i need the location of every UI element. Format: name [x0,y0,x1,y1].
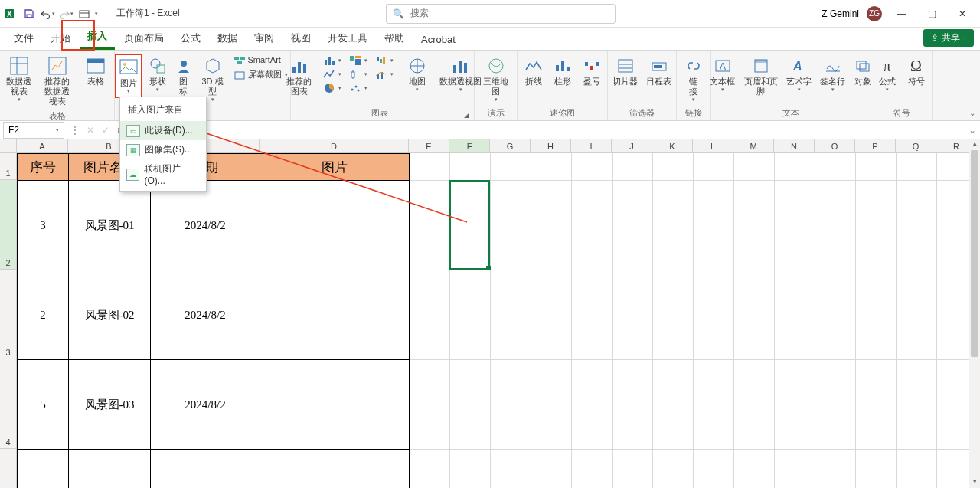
pie-chart-button[interactable]: ▾ [320,81,345,95]
col-N[interactable]: N [774,139,815,152]
tab-review[interactable]: 审阅 [247,27,282,50]
tab-data[interactable]: 数据 [210,27,245,50]
table-row[interactable]: 3风景图-012024/8/2 [18,181,410,270]
col-L[interactable]: L [693,139,733,152]
restore-button[interactable]: ▢ [920,2,943,25]
share-button[interactable]: ⇪共享▾ [923,29,974,47]
close-button[interactable]: ✕ [951,2,974,25]
avatar[interactable]: ZG [867,6,882,21]
undo-icon[interactable]: ▾ [40,6,55,21]
header-footer-button[interactable]: 页眉和页脚 [741,54,781,98]
svg-point-39 [354,86,357,88]
name-box[interactable]: F2▾ [3,122,64,139]
cancel-formula-icon[interactable]: ✕ [83,125,98,136]
user-name[interactable]: Z Gemini [822,8,859,19]
excel-app-icon[interactable]: X [3,6,18,21]
vertical-scrollbar[interactable]: ▴ ▾ [969,139,980,488]
save-icon[interactable] [21,6,37,21]
col-K[interactable]: K [652,139,693,152]
maps-button[interactable]: 地图▾ [400,54,435,95]
charts-dialog-launcher[interactable]: ◢ [464,111,469,119]
th-pic[interactable]: 图片 [260,154,410,181]
combo-chart-button[interactable]: ▾ [372,67,397,81]
scroll-down-icon[interactable]: ▾ [969,477,980,488]
pivot-table-button[interactable]: 数据透 视表▾ [2,54,37,105]
scroll-up-icon[interactable]: ▴ [969,139,980,150]
table-row[interactable]: 2风景图-022024/8/2 [18,270,410,360]
symbol-button[interactable]: Ω符号 [903,54,929,88]
tab-layout[interactable]: 页面布局 [116,27,172,50]
col-P[interactable]: P [855,139,896,152]
icons-button[interactable]: 图 标 [173,54,194,98]
recommended-charts-button[interactable]: 推荐的 图表 [282,54,317,98]
group-tables-label: 表格 [49,110,66,122]
col-H[interactable]: H [531,139,571,152]
sparkline-column-button[interactable]: 柱形 [550,54,576,88]
pic-stock-images[interactable]: ▦图像集(S)... [120,140,206,159]
group-sparklines-label: 迷你图 [550,107,575,119]
col-E[interactable]: E [409,139,449,152]
equation-button[interactable]: π公式▾ [874,54,900,95]
slicer-button[interactable]: 切片器 [610,54,641,88]
tab-dev[interactable]: 开发工具 [320,27,375,50]
signature-line-button[interactable]: 签名行▾ [818,54,848,95]
pic-online[interactable]: ☁联机图片(O)... [120,159,206,189]
3d-map-button[interactable]: 三维地 图▾ [479,54,514,105]
row-2[interactable]: 2 [0,180,17,270]
collapse-ribbon-button[interactable]: ⌄ [969,109,975,117]
col-O[interactable]: O [815,139,855,152]
scroll-thumb[interactable] [971,150,978,357]
row-5[interactable] [0,449,17,488]
waterfall-chart-button[interactable]: ▾ [372,54,397,67]
col-I[interactable]: I [571,139,612,152]
col-G[interactable]: G [490,139,531,152]
enter-formula-icon[interactable]: ✓ [98,125,113,136]
sparkline-line-button[interactable]: 折线 [521,54,547,88]
col-M[interactable]: M [733,139,774,152]
tab-home[interactable]: 开始 [43,27,78,50]
textbox-button[interactable]: A文本框▾ [707,54,738,95]
row-4[interactable]: 4 [0,359,17,449]
qat-customize-icon[interactable] [77,6,92,21]
tab-view[interactable]: 视图 [283,27,318,50]
line-chart-button[interactable]: ▾ [320,67,345,81]
tab-file[interactable]: 文件 [6,27,41,50]
sparkline-winloss-button[interactable]: 盈亏 [579,54,605,88]
redo-icon[interactable]: ▾ [58,6,74,21]
search-input[interactable]: 🔍 搜索 [386,4,616,24]
hierarchy-chart-button[interactable]: ▾ [346,54,371,67]
col-D[interactable]: D [260,139,409,152]
formula-input[interactable] [129,122,965,139]
pic-from-device[interactable]: ▭此设备(D)... [120,121,206,140]
pictures-button[interactable]: 图片▾ [115,54,142,98]
link-button[interactable]: 链 接▾ [681,54,707,105]
tab-help[interactable]: 帮助 [377,27,412,50]
table-row[interactable]: 5风景图-032024/8/2 [18,360,410,450]
active-cell[interactable] [449,180,490,270]
row-1[interactable]: 1 [0,153,17,180]
col-F[interactable]: F [449,139,490,152]
tab-acrobat[interactable]: Acrobat [413,29,463,50]
col-J[interactable]: J [612,139,652,152]
minimize-button[interactable]: — [890,2,913,25]
table-button[interactable]: 表格 [78,54,113,88]
recommended-pivot-button[interactable]: 推荐的 数据透视表 [40,54,75,109]
table-row[interactable] [18,450,410,489]
row-3[interactable]: 3 [0,270,17,359]
column-chart-button[interactable]: ▾ [320,54,345,67]
col-Q[interactable]: Q [896,139,936,152]
object-button[interactable]: 对象 [851,54,874,88]
statistic-chart-button[interactable]: ▾ [346,67,371,81]
expand-fbar-icon[interactable]: ⌄ [965,125,980,136]
th-num[interactable]: 序号 [18,154,69,181]
timeline-button[interactable]: 日程表 [644,54,675,88]
tab-insert[interactable]: 插入 [80,25,115,50]
col-A[interactable]: A [17,139,68,152]
wordart-button[interactable]: A艺术字▾ [784,54,815,95]
scatter-chart-button[interactable]: ▾ [346,81,371,95]
select-all-corner[interactable] [0,139,17,153]
tab-formulas[interactable]: 公式 [173,27,208,50]
qat-more-icon[interactable]: ▾ [95,11,98,17]
fbar-more-icon[interactable]: ⋮ [67,125,83,136]
shapes-button[interactable]: 形状▾ [145,54,170,95]
